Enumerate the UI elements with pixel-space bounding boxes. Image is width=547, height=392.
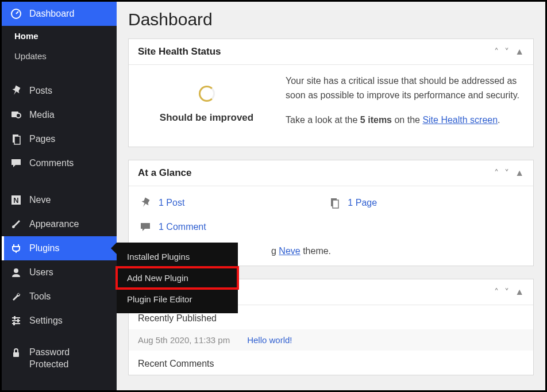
recent-comments-heading: Recent Comments <box>129 351 533 375</box>
health-message: Your site has a critical issue that shou… <box>286 74 523 137</box>
dashboard-icon <box>10 7 22 20</box>
svg-rect-12 <box>17 319 19 322</box>
comment-icon <box>139 221 152 233</box>
svg-rect-8 <box>12 317 20 318</box>
sidebar-label-users: Users <box>29 267 53 278</box>
flyout-add-new-plugin[interactable]: Add New Plugin <box>117 267 238 289</box>
neve-theme-link[interactable]: Neve <box>279 246 300 256</box>
svg-point-2 <box>16 113 21 118</box>
panel-title-health: Site Health Status <box>138 46 221 57</box>
page-title: Dashboard <box>128 10 534 29</box>
sidebar-item-neve[interactable]: N Neve <box>2 188 117 212</box>
sidebar-label-media: Media <box>29 110 55 120</box>
svg-rect-14 <box>13 352 19 357</box>
flyout-plugin-file-editor[interactable]: Plugin File Editor <box>117 289 238 310</box>
glance-posts[interactable]: 1 Post <box>139 197 184 209</box>
panel-site-health: Site Health Status ˄ ˅ ▲ Should be impro… <box>128 39 534 147</box>
pages-icon <box>10 133 22 145</box>
sidebar-item-settings[interactable]: Settings <box>2 309 117 333</box>
comment-icon <box>10 157 22 170</box>
sidebar-label-neve: Neve <box>29 195 51 205</box>
sidebar-label-dashboard: Dashboard <box>29 9 74 19</box>
sidebar-item-tools[interactable]: Tools <box>2 285 117 309</box>
sidebar-item-users[interactable]: Users <box>2 260 117 285</box>
sidebar-label-posts: Posts <box>29 86 52 96</box>
sidebar-subitem-updates[interactable]: Updates <box>2 46 117 66</box>
svg-rect-4 <box>14 136 20 144</box>
health-msg-1: Your site has a critical issue that shou… <box>286 74 523 103</box>
pin-icon <box>10 84 22 97</box>
glance-comments[interactable]: 1 Comment <box>139 221 523 233</box>
svg-text:N: N <box>13 196 18 205</box>
glance-comments-label: 1 Comment <box>159 222 206 232</box>
svg-point-7 <box>14 268 18 273</box>
panel-head-glance: At a Glance ˄ ˅ ▲ <box>129 160 533 186</box>
sidebar-item-appearance[interactable]: Appearance <box>2 212 117 236</box>
panel-down-icon[interactable]: ˅ <box>504 168 509 179</box>
health-status-indicator: Should be improved <box>139 74 274 124</box>
sidebar-subitem-home[interactable]: Home <box>2 26 117 46</box>
brush-icon <box>10 218 22 230</box>
pin-icon <box>139 197 152 209</box>
panel-collapse-icon[interactable]: ▲ <box>515 168 524 179</box>
user-icon <box>10 266 22 279</box>
activity-post-link[interactable]: Hello world! <box>247 335 292 345</box>
plugins-flyout-menu: Installed Plugins Add New Plugin Plugin … <box>117 243 238 313</box>
glance-pages[interactable]: 1 Page <box>328 197 377 209</box>
pages-icon <box>328 197 341 209</box>
panel-collapse-icon[interactable]: ▲ <box>515 47 524 57</box>
sidebar-label-password: Password Protected <box>29 347 109 371</box>
panel-head-health: Site Health Status ˄ ˅ ▲ <box>129 39 533 65</box>
site-health-link[interactable]: Site Health screen <box>422 115 498 125</box>
activity-row: Aug 5th 2020, 11:33 pm Hello world! <box>129 329 533 351</box>
activity-date: Aug 5th 2020, 11:33 pm <box>138 335 230 345</box>
sidebar-item-dashboard[interactable]: Dashboard <box>2 2 117 26</box>
panel-controls-activity: ˄ ˅ ▲ <box>494 287 524 298</box>
svg-rect-16 <box>333 200 338 208</box>
panel-up-icon[interactable]: ˄ <box>494 168 499 179</box>
sidebar-label-appearance: Appearance <box>29 219 79 229</box>
glance-pages-label: 1 Page <box>348 198 377 208</box>
sidebar-label-comments: Comments <box>29 158 74 168</box>
sliders-icon <box>10 314 22 327</box>
sidebar-item-pages[interactable]: Pages <box>2 127 117 151</box>
sidebar-label-pages: Pages <box>29 134 55 144</box>
wrench-icon <box>10 290 22 303</box>
panel-controls-glance: ˄ ˅ ▲ <box>494 168 524 179</box>
sidebar-label-plugins: Plugins <box>29 243 59 253</box>
svg-rect-11 <box>14 316 16 320</box>
health-ring-icon <box>199 86 215 102</box>
lock-icon <box>10 347 22 359</box>
health-msg-2: Take a look at the 5 items on the Site H… <box>286 113 523 128</box>
panel-down-icon[interactable]: ˅ <box>504 47 509 57</box>
svg-rect-13 <box>13 322 15 325</box>
sidebar-label-tools: Tools <box>29 291 51 302</box>
health-status-label: Should be improved <box>139 112 274 124</box>
glance-posts-label: 1 Post <box>159 198 184 208</box>
panel-up-icon[interactable]: ˄ <box>494 287 499 298</box>
health-items-count: 5 items <box>360 115 392 125</box>
panel-collapse-icon[interactable]: ▲ <box>515 287 524 298</box>
sidebar-item-plugins[interactable]: Plugins <box>2 236 117 260</box>
admin-sidebar: Dashboard Home Updates Posts Media Pages… <box>2 2 117 390</box>
panel-down-icon[interactable]: ˅ <box>504 287 509 298</box>
main-content: Dashboard Site Health Status ˄ ˅ ▲ Shoul… <box>117 2 545 390</box>
sidebar-item-password[interactable]: Password Protected <box>2 341 117 376</box>
media-icon <box>10 109 22 121</box>
sidebar-label-settings: Settings <box>29 316 63 326</box>
panel-up-icon[interactable]: ˄ <box>494 47 499 57</box>
sidebar-item-posts[interactable]: Posts <box>2 79 117 103</box>
sidebar-item-comments[interactable]: Comments <box>2 151 117 175</box>
panel-controls-health: ˄ ˅ ▲ <box>494 47 524 57</box>
flyout-installed-plugins[interactable]: Installed Plugins <box>117 246 238 267</box>
neve-icon: N <box>10 194 22 206</box>
plugin-icon <box>10 242 22 255</box>
panel-title-glance: At a Glance <box>138 167 192 179</box>
sidebar-item-media[interactable]: Media <box>2 103 117 127</box>
